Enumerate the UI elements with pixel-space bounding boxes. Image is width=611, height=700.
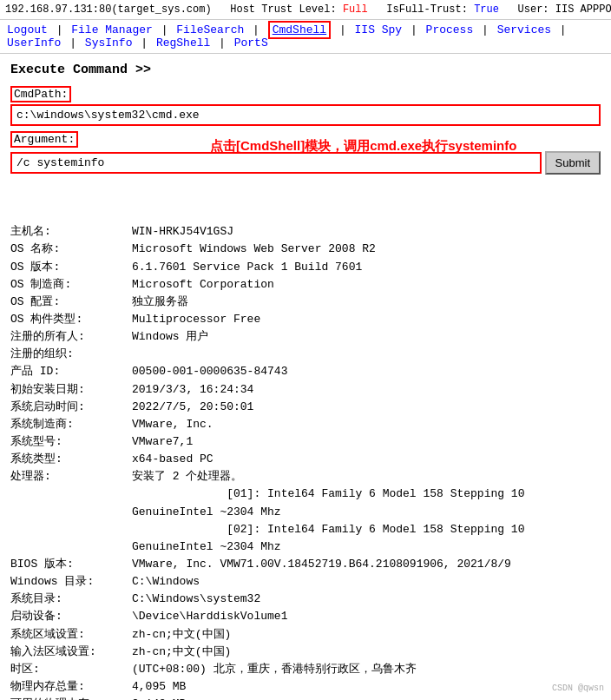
nav-userinfo[interactable]: UserInfo [7, 36, 61, 50]
output-row: 时区:(UTC+08:00) 北京，重庆，香港特别行政区，乌鲁木齐 [10, 661, 601, 678]
output-row: 系统制造商:VMware, Inc. [10, 416, 601, 433]
host-info: 192.168.97.131:80(target_sys.com) Host T… [5, 3, 611, 16]
output-val: \Device\HarddiskVolume1 [132, 608, 287, 625]
output-key: OS 制造商: [10, 276, 132, 294]
output-val: C:\Windows\system32 [132, 591, 260, 608]
argument-row: Submit [10, 151, 601, 175]
output-val: 安装了 2 个处理器。 [01]: Intel64 Family 6 Model… [132, 468, 601, 556]
output-val: 2022/7/5, 20:50:01 [132, 399, 253, 416]
output-row: OS 配置:独立服务器 [10, 294, 601, 311]
output-key: 主机名: [10, 223, 132, 241]
user-label: User: [518, 3, 549, 16]
nav-bar: Logout | File Manager | FileSearch | Cmd… [0, 20, 611, 54]
nav-iis-spy[interactable]: IIS Spy [355, 23, 403, 36]
output-val: Microsoft Corporation [132, 276, 274, 294]
output-key: 系统启动时间: [10, 399, 132, 416]
host-value: 192.168.97.131:80(target_sys.com) [5, 3, 212, 16]
argument-input[interactable] [10, 152, 542, 174]
output-key: 系统制造商: [10, 416, 132, 433]
output-val: 2019/3/3, 16:24:34 [132, 381, 253, 399]
output-key: 系统区域设置: [10, 626, 132, 644]
nav-cmdshell[interactable]: CmdShell [268, 21, 331, 39]
trust-value: Full [343, 3, 368, 16]
output-row: 输入法区域设置:zh-cn;中文(中国) [10, 644, 601, 661]
output-key: OS 名称: [10, 241, 132, 258]
nav-logout[interactable]: Logout [7, 23, 48, 36]
nav-regshell[interactable]: RegShell [156, 36, 210, 50]
cmdpath-label: CmdPath: [10, 86, 71, 102]
output-val: (UTC+08:00) 北京，重庆，香港特别行政区，乌鲁木齐 [132, 661, 417, 678]
nav-services[interactable]: Services [497, 23, 551, 36]
output-key: 输入法区域设置: [10, 644, 132, 661]
output-row: OS 制造商:Microsoft Corporation [10, 276, 601, 294]
output-val: zh-cn;中文(中国) [132, 644, 231, 661]
user-value: IIS APPPOOL\target_sys.c [555, 3, 611, 16]
output-val: 6.1.7601 Service Pack 1 Build 7601 [132, 259, 362, 276]
output-val: Multiprocessor Free [132, 311, 260, 328]
output-key: 系统目录: [10, 591, 132, 608]
output-row: 主机名:WIN-HRKJ54V1GSJ [10, 223, 601, 241]
output-row: 系统区域设置:zh-cn;中文(中国) [10, 626, 601, 644]
output-val: Windows 用户 [132, 328, 208, 346]
output-key: 初始安装日期: [10, 381, 132, 399]
output-section: 主机名:WIN-HRKJ54V1GSJOS 名称:Microsoft Windo… [10, 188, 601, 700]
output-val: WIN-HRKJ54V1GSJ [132, 223, 233, 241]
output-val: C:\Windows [132, 573, 200, 591]
output-key: 系统型号: [10, 433, 132, 451]
form-section: CmdPath: Argument: Submit [10, 86, 601, 175]
submit-button[interactable]: Submit [545, 151, 601, 175]
cmdpath-input[interactable] [10, 104, 601, 126]
output-row: 产品 ID:00500-001-0000635-84743 [10, 363, 601, 380]
output-key: OS 构件类型: [10, 311, 132, 328]
output-key: Windows 目录: [10, 573, 132, 591]
argument-label: Argument: [10, 131, 78, 148]
main-content: Execute Command >> 点击[CmdShell]模块，调用cmd.… [0, 54, 611, 700]
output-key: 系统类型: [10, 451, 132, 468]
output-key: BIOS 版本: [10, 556, 132, 573]
output-key: 处理器: [10, 468, 132, 556]
output-row: 注册的所有人:Windows 用户 [10, 328, 601, 346]
cmdpath-group: CmdPath: [10, 86, 601, 126]
output-key: OS 配置: [10, 294, 132, 311]
output-val: VMware7,1 [132, 433, 193, 451]
watermark: CSDN @qwsn [552, 683, 604, 693]
nav-process[interactable]: Process [426, 23, 474, 36]
output-val: 4,095 MB [132, 678, 186, 696]
output-val: zh-cn;中文(中国) [132, 626, 231, 644]
output-key: 注册的所有人: [10, 328, 132, 346]
output-row: OS 名称:Microsoft Windows Web Server 2008 … [10, 241, 601, 258]
output-val: VMware, Inc. [132, 416, 214, 433]
output-row: OS 版本:6.1.7601 Service Pack 1 Build 7601 [10, 259, 601, 276]
trust-label: Host Trust Level: [230, 3, 336, 16]
output-key: 物理内存总量: [10, 678, 132, 696]
top-bar: 192.168.97.131:80(target_sys.com) Host T… [0, 0, 611, 20]
nav-ports[interactable]: PortS [234, 36, 268, 50]
output-row: 系统型号:VMware7,1 [10, 433, 601, 451]
output-row: 初始安装日期:2019/3/3, 16:24:34 [10, 381, 601, 399]
execute-title: Execute Command >> [10, 63, 601, 77]
output-key: 注册的组织: [10, 346, 132, 363]
nav-sysinfo[interactable]: SysInfo [85, 36, 133, 50]
output-row: 处理器:安装了 2 个处理器。 [01]: Intel64 Family 6 M… [10, 468, 601, 556]
output-row: 物理内存总量:4,095 MB [10, 678, 601, 696]
output-row: 启动设备:\Device\HarddiskVolume1 [10, 608, 601, 625]
output-val: VMware, Inc. VMW71.00V.18452719.B64.2108… [132, 556, 511, 573]
argument-group: Argument: Submit [10, 131, 601, 175]
output-row: 可用的物理内存:3,148 MB [10, 696, 601, 700]
output-val: 独立服务器 [132, 294, 188, 311]
nav-filesearch[interactable]: FileSearch [176, 23, 244, 36]
output-row: BIOS 版本:VMware, Inc. VMW71.00V.18452719.… [10, 556, 601, 573]
output-val: Microsoft Windows Web Server 2008 R2 [132, 241, 376, 258]
output-key: 启动设备: [10, 608, 132, 625]
output-val: x64-based PC [132, 451, 214, 468]
output-key: 可用的物理内存: [10, 696, 132, 700]
output-key: 时区: [10, 661, 132, 678]
output-row: 注册的组织: [10, 346, 601, 363]
is-full-trust-value: True [474, 3, 499, 16]
output-row: 系统目录:C:\Windows\system32 [10, 591, 601, 608]
output-row: Windows 目录:C:\Windows [10, 573, 601, 591]
output-key: 产品 ID: [10, 363, 132, 380]
output-row: 系统启动时间:2022/7/5, 20:50:01 [10, 399, 601, 416]
nav-file-manager[interactable]: File Manager [71, 23, 153, 36]
output-val: 3,148 MB [132, 696, 186, 700]
